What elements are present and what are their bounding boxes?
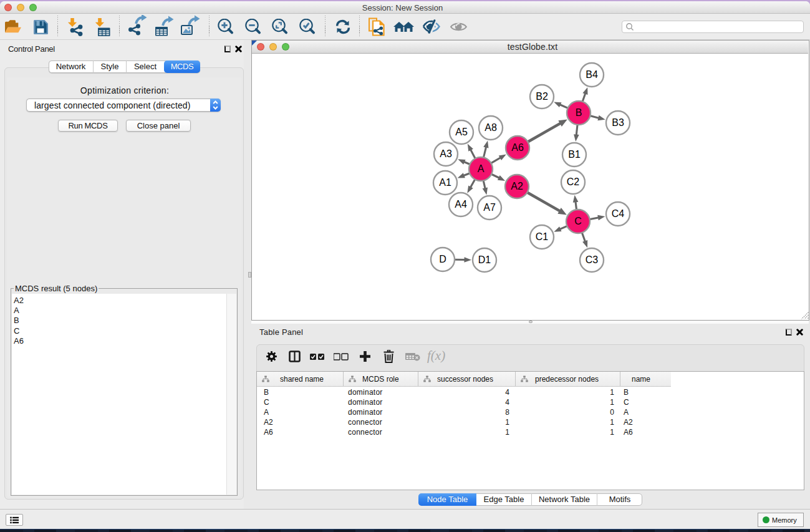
svg-text:A: A xyxy=(478,163,485,174)
svg-text:C4: C4 xyxy=(612,208,625,219)
svg-text:A7: A7 xyxy=(483,202,496,213)
svg-text:A6: A6 xyxy=(511,142,524,153)
svg-text:C1: C1 xyxy=(536,231,549,242)
svg-text:C3: C3 xyxy=(586,254,599,265)
svg-text:A3: A3 xyxy=(440,148,452,159)
svg-text:A4: A4 xyxy=(455,199,467,210)
svg-text:C: C xyxy=(574,216,582,226)
svg-text:B: B xyxy=(576,107,582,118)
svg-text:B4: B4 xyxy=(586,69,598,80)
svg-text:B1: B1 xyxy=(568,149,581,160)
svg-text:C2: C2 xyxy=(567,177,580,187)
svg-text:A8: A8 xyxy=(485,122,497,133)
svg-text:B3: B3 xyxy=(612,117,624,128)
svg-text:D: D xyxy=(439,254,446,264)
svg-text:A2: A2 xyxy=(511,181,523,191)
svg-text:D1: D1 xyxy=(478,254,491,265)
svg-text:A1: A1 xyxy=(439,177,451,188)
svg-text:A5: A5 xyxy=(455,127,468,137)
svg-text:B2: B2 xyxy=(536,91,548,102)
